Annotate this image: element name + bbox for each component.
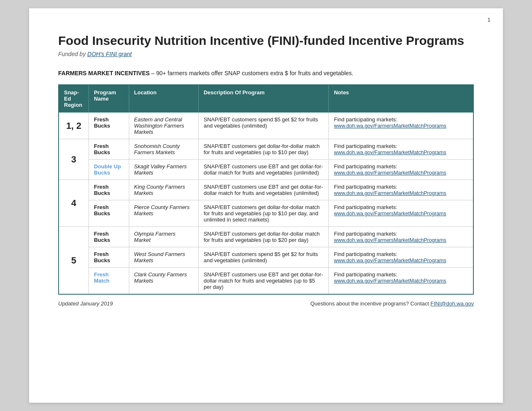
program-name-cell: Fresh Bucks (89, 200, 129, 227)
incentives-table: Snap-EdRegion ProgramName Location Descr… (58, 84, 474, 295)
notes-cell: Find participating markets: www.doh.wa.g… (329, 268, 473, 295)
location-cell: Olympia Farmers Market (129, 227, 198, 247)
footer-left: Updated January 2019 (58, 300, 113, 307)
table-row: 3Fresh BucksSnohomish County Farmers Mar… (59, 139, 473, 160)
location-cell: Eastern and Central Washington Farmers M… (129, 113, 198, 139)
region-cell: 1, 2 (59, 113, 89, 139)
location-cell: King County Farmers Markets (129, 180, 198, 200)
notes-link[interactable]: www.doh.wa.gov/FarmersMarketMatchProgram… (334, 237, 446, 243)
notes-cell: Find participating markets: www.doh.wa.g… (329, 139, 473, 160)
region-cell: 4 (59, 180, 89, 227)
subtitle: Funded by DOH's FINI grant (58, 51, 474, 57)
program-name-cell: Fresh Match (89, 268, 129, 295)
notes-link[interactable]: www.doh.wa.gov/FarmersMarketMatchProgram… (334, 278, 446, 284)
program-name-cell: Fresh Bucks (89, 139, 129, 160)
page-title: Food Insecurity Nutrition Incentive (FIN… (58, 33, 474, 48)
location-cell: Skagit Valley Farmers Markets (129, 160, 198, 180)
notes-cell: Find participating markets: www.doh.wa.g… (329, 247, 473, 268)
notes-cell: Find participating markets: www.doh.wa.g… (329, 180, 473, 200)
col-header-program: ProgramName (89, 85, 129, 113)
col-header-description: Description Of Program (198, 85, 329, 113)
notes-link[interactable]: www.doh.wa.gov/FarmersMarketMatchProgram… (334, 170, 446, 176)
col-header-location: Location (129, 85, 198, 113)
description-cell: SNAP/EBT customers use EBT and get dolla… (198, 160, 329, 180)
notes-link[interactable]: www.doh.wa.gov/FarmersMarketMatchProgram… (334, 150, 446, 155)
description-cell: SNAP/EBT customers get dollar-for-dollar… (198, 139, 329, 160)
table-header-row: Snap-EdRegion ProgramName Location Descr… (59, 85, 473, 113)
table-row: 1, 2Fresh BucksEastern and Central Washi… (59, 113, 473, 139)
notes-cell: Find participating markets: www.doh.wa.g… (329, 227, 473, 247)
program-name-cell: Fresh Bucks (89, 113, 129, 139)
description-cell: SNAP/EBT customers get dollar-for-dollar… (198, 200, 329, 227)
table-row: Fresh MatchClark County Farmers MarketsS… (59, 268, 473, 295)
col-header-notes: Notes (329, 85, 473, 113)
region-cell: 5 (59, 227, 89, 295)
notes-cell: Find participating markets: www.doh.wa.g… (329, 200, 473, 227)
location-cell: Snohomish County Farmers Markets (129, 139, 198, 160)
footer: Updated January 2019 Questions about the… (58, 300, 474, 307)
description-cell: SNAP/EBT customers spend $5 get $2 for f… (198, 113, 329, 139)
table-row: Double Up BucksSkagit Valley Farmers Mar… (59, 160, 473, 180)
section-header-rest: – 90+ farmers markets offer SNAP custome… (150, 70, 353, 76)
program-name-cell: Fresh Bucks (89, 180, 129, 200)
program-name-cell: Fresh Bucks (89, 227, 129, 247)
location-cell: West Sound Farmers Markets (129, 247, 198, 268)
notes-link[interactable]: www.doh.wa.gov/FarmersMarketMatchProgram… (334, 123, 446, 129)
footer-right: Questions about the incentive programs? … (310, 300, 474, 307)
program-name-cell: Double Up Bucks (89, 160, 129, 180)
table-row: 5Fresh BucksOlympia Farmers MarketSNAP/E… (59, 227, 473, 247)
col-header-region: Snap-EdRegion (59, 85, 89, 113)
footer-right-text: Questions about the incentive programs? … (310, 300, 431, 307)
location-cell: Clark County Farmers Markets (129, 268, 198, 295)
notes-link[interactable]: www.doh.wa.gov/FarmersMarketMatchProgram… (334, 211, 446, 217)
region-cell: 3 (59, 139, 89, 180)
section-header-bold: FARMERS MARKET INCENTIVES (58, 70, 150, 76)
notes-cell: Find participating markets: www.doh.wa.g… (329, 113, 473, 139)
description-cell: SNAP/EBT customers get dollar-for-dollar… (198, 227, 329, 247)
doh-fini-link[interactable]: DOH's FINI grant (87, 51, 132, 57)
description-cell: SNAP/EBT customers use EBT and get dolla… (198, 180, 329, 200)
document-page: 1 Food Insecurity Nutrition Incentive (F… (29, 8, 503, 403)
table-row: Fresh BucksWest Sound Farmers MarketsSNA… (59, 247, 473, 268)
section-header: FARMERS MARKET INCENTIVES – 90+ farmers … (58, 69, 474, 78)
notes-link[interactable]: www.doh.wa.gov/FarmersMarketMatchProgram… (334, 258, 446, 263)
notes-link[interactable]: www.doh.wa.gov/FarmersMarketMatchProgram… (334, 190, 446, 196)
notes-cell: Find participating markets: www.doh.wa.g… (329, 160, 473, 180)
fini-email-link[interactable]: FINI@doh.wa.gov (431, 300, 474, 307)
description-cell: SNAP/EBT customers spend $5 get $2 for f… (198, 247, 329, 268)
page-number: 1 (488, 17, 490, 23)
table-row: 4Fresh BucksKing County Farmers MarketsS… (59, 180, 473, 200)
program-name-cell: Fresh Bucks (89, 247, 129, 268)
table-row: Fresh BucksPierce County Farmers Markets… (59, 200, 473, 227)
description-cell: SNAP/EBT customers use EBT and get dolla… (198, 268, 329, 295)
subtitle-text: Funded by (58, 51, 87, 57)
location-cell: Pierce County Farmers Markets (129, 200, 198, 227)
